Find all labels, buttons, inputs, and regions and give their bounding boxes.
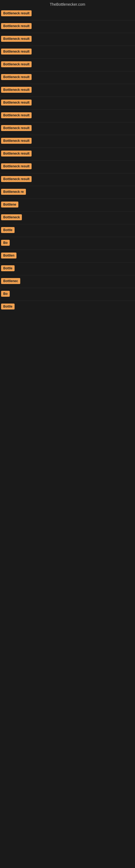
bottleneck-badge[interactable]: Bottleneck result — [1, 10, 32, 16]
result-row: Bottleneck result — [0, 59, 135, 71]
bottleneck-badge[interactable]: Bottleneck result — [1, 61, 32, 67]
bottleneck-badge[interactable]: Bottleneck re — [1, 189, 26, 195]
result-row: Bottleneck — [0, 212, 135, 224]
bottleneck-badge[interactable]: Bottleneck result — [1, 99, 32, 105]
result-row: Bottleneck result — [0, 84, 135, 97]
result-row: Bottleneck result — [0, 97, 135, 110]
results-list: Bottleneck resultBottleneck resultBottle… — [0, 8, 135, 313]
bottleneck-badge[interactable]: Bottleneck result — [1, 151, 32, 156]
bottleneck-badge[interactable]: Bottle — [1, 227, 14, 233]
result-row: Bottleneck result — [0, 8, 135, 20]
bottleneck-badge[interactable]: Bottlen — [1, 252, 16, 258]
result-row: Bottleneck result — [0, 46, 135, 59]
site-title: TheBottlenecker.com — [0, 0, 135, 8]
result-row: Bottlene — [0, 199, 135, 212]
bottleneck-badge[interactable]: Bo — [1, 291, 10, 297]
bottleneck-badge[interactable]: Bottle — [1, 265, 14, 271]
bottleneck-badge[interactable]: Bottlenec — [1, 278, 20, 284]
result-row: Bottle — [0, 224, 135, 237]
bottleneck-badge[interactable]: Bottleneck result — [1, 125, 32, 131]
result-row: Bottleneck result — [0, 33, 135, 46]
result-row: Bo — [0, 288, 135, 301]
bottleneck-badge[interactable]: Bottlene — [1, 202, 18, 208]
result-row: Bottleneck result — [0, 122, 135, 135]
result-row: Bottle — [0, 301, 135, 313]
bottleneck-badge[interactable]: Bottleneck result — [1, 176, 32, 182]
bottleneck-badge[interactable]: Bottleneck result — [1, 36, 32, 42]
bottleneck-badge[interactable]: Bottle — [1, 304, 14, 310]
result-row: Bottleneck result — [0, 148, 135, 161]
result-row: Bottlenec — [0, 275, 135, 288]
bottleneck-badge[interactable]: Bottleneck result — [1, 49, 32, 55]
bottleneck-badge[interactable]: Bottleneck result — [1, 74, 32, 80]
bottleneck-badge[interactable]: Bottleneck result — [1, 163, 32, 169]
result-row: Bottle — [0, 262, 135, 275]
result-row: Bottleneck result — [0, 161, 135, 173]
result-row: Bottleneck re — [0, 186, 135, 199]
result-row: Bottleneck result — [0, 110, 135, 122]
result-row: Bottleneck result — [0, 71, 135, 84]
bottleneck-badge[interactable]: Bottleneck result — [1, 23, 32, 29]
result-row: Bottlen — [0, 250, 135, 262]
bottleneck-badge[interactable]: Bottleneck result — [1, 87, 32, 93]
result-row: Bottleneck result — [0, 173, 135, 186]
result-row: Bottleneck result — [0, 135, 135, 148]
bottleneck-badge[interactable]: Bo — [1, 240, 10, 246]
result-row: Bo — [0, 237, 135, 250]
site-header: TheBottlenecker.com — [0, 0, 135, 8]
bottleneck-badge[interactable]: Bottleneck result — [1, 112, 32, 118]
page-container: TheBottlenecker.com Bottleneck resultBot… — [0, 0, 135, 313]
bottleneck-badge[interactable]: Bottleneck — [1, 214, 22, 220]
bottleneck-badge[interactable]: Bottleneck result — [1, 138, 32, 144]
result-row: Bottleneck result — [0, 20, 135, 33]
